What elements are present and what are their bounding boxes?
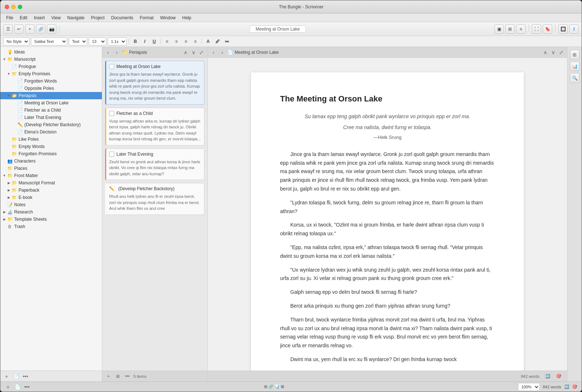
card-develop-fletcher[interactable]: ✏️ (Develop Fletcher Backstory) Rhull an… xyxy=(105,183,204,215)
sidebar-item-periapsis[interactable]: 📁 Periapsis xyxy=(0,92,102,99)
right-btn-2[interactable]: 📊 xyxy=(570,61,579,71)
menu-navigate[interactable]: Navigate xyxy=(64,15,87,21)
sidebar-item-manuscript-format[interactable]: 📁 Manuscript Format xyxy=(0,179,102,187)
lineh-select[interactable]: 1.1x xyxy=(108,37,127,45)
layout-outline-btn[interactable]: ≡ xyxy=(516,24,526,34)
manuscript-icon: 📁 xyxy=(7,56,13,62)
menu-help[interactable]: Help xyxy=(179,15,194,21)
right-btn-3[interactable]: 🔍 xyxy=(570,73,579,83)
panel-back-btn[interactable]: ‹ xyxy=(104,49,112,56)
size-select[interactable]: 13 xyxy=(89,37,106,45)
add-folder-btn[interactable]: + xyxy=(3,373,10,380)
panel-expand-btn[interactable]: ⤢ xyxy=(198,49,205,56)
binder-btn[interactable]: ☰ xyxy=(3,24,13,34)
layout-two-btn[interactable]: ⊞ xyxy=(505,24,515,34)
toggle-periapsis xyxy=(6,93,11,98)
style-select[interactable]: No Style xyxy=(3,37,29,45)
menu-project[interactable]: Project xyxy=(88,15,107,21)
menu-view[interactable]: View xyxy=(48,15,64,21)
menu-insert[interactable]: Insert xyxy=(31,15,48,21)
sidebar-item-notes[interactable]: 📝 Notes xyxy=(0,201,102,208)
sidebar-item-ideas[interactable]: 💡 Ideas xyxy=(0,48,102,56)
sidebar-item-opposite-poles[interactable]: 📄 Opposite Poles xyxy=(0,85,102,92)
layout-single-btn[interactable]: ▣ xyxy=(494,24,504,34)
panel-more-btn[interactable]: ••• xyxy=(124,373,131,380)
menu-format[interactable]: Format xyxy=(137,15,156,21)
highlight-btn[interactable]: 🖊 xyxy=(214,37,222,45)
panel-forward-btn[interactable]: › xyxy=(113,49,120,56)
menu-file[interactable]: File xyxy=(3,15,16,21)
sidebar-item-ebook[interactable]: 📁 E-book xyxy=(0,194,102,201)
maximize-button[interactable] xyxy=(18,5,22,9)
sidebar-item-like-poles[interactable]: 📁 Like Poles xyxy=(0,136,102,143)
align-center-btn[interactable]: ≡ xyxy=(172,37,180,45)
paperback-icon: 📁 xyxy=(11,187,17,193)
panel-up-btn[interactable]: ∧ xyxy=(182,49,189,56)
inspector-btn[interactable]: 🔲 xyxy=(558,24,568,34)
bold-btn[interactable]: B xyxy=(131,37,139,45)
sidebar-item-forgotten-promises[interactable]: 📁 Forgotten Promises xyxy=(0,150,102,157)
italic-btn[interactable]: I xyxy=(141,37,149,45)
add-btn[interactable]: + xyxy=(25,24,35,34)
card-meeting-orson-lake[interactable]: Meeting at Orson Lake Jince gra la tharn… xyxy=(105,61,204,105)
panel-grid-btn[interactable]: ⊞ xyxy=(115,373,121,380)
list-btn[interactable]: ≔ xyxy=(223,37,231,45)
zoom-select[interactable]: 100% xyxy=(518,383,540,391)
sidebar-item-research[interactable]: 🔬 Research xyxy=(0,208,102,216)
sidebar-item-prologue[interactable]: 📄 Prologue xyxy=(0,63,102,70)
status-more-btn[interactable]: ••• xyxy=(24,384,30,390)
editor-panel: ‹ › 📄 Meeting at Orson Lake ∧ ∨ ⤢ The Me… xyxy=(208,47,567,381)
right-btn-1[interactable]: ⊞ xyxy=(570,50,579,59)
editor-content[interactable]: The Meeting at Orson Lake Su lamax epp t… xyxy=(208,58,567,371)
panel-add-btn[interactable]: + xyxy=(105,373,112,380)
sidebar-item-paperback[interactable]: 📁 Paperback xyxy=(0,187,102,194)
link-btn[interactable]: 🔗 xyxy=(36,24,45,34)
menu-documents[interactable]: Documents xyxy=(108,15,136,21)
bookmark-btn[interactable]: 🔖 xyxy=(543,24,552,34)
status-file-btn[interactable]: 📄 xyxy=(14,384,21,390)
sidebar-item-forgotten-words[interactable]: 📄 Forgotten Words xyxy=(0,77,102,85)
menu-window[interactable]: Window xyxy=(157,15,179,21)
editor-nav-right: ∧ ∨ ⤢ xyxy=(542,49,565,56)
align-left-btn[interactable]: ≡ xyxy=(163,37,171,45)
editor-forward-btn[interactable]: › xyxy=(219,49,226,56)
sidebar-item-manuscript[interactable]: 📁 Manuscript xyxy=(0,56,102,63)
status-add-btn[interactable]: + xyxy=(5,384,11,390)
info-btn[interactable]: ℹ xyxy=(569,24,579,34)
card-fletcher-child[interactable]: Fletcher as a Child Vusp sernag athran a… xyxy=(105,108,204,145)
compose-btn[interactable]: ⛶ xyxy=(532,24,541,34)
panel-down-btn[interactable]: ∨ xyxy=(190,49,197,56)
editor-back-btn[interactable]: ‹ xyxy=(210,49,217,56)
editor-up-btn[interactable]: ∧ xyxy=(542,49,549,56)
editor-expand-btn[interactable]: ⤢ xyxy=(558,49,565,56)
type-select[interactable]: Text xyxy=(69,37,87,45)
front-matter-icon: 📁 xyxy=(7,173,13,179)
sidebar-item-front-matter[interactable]: 📁 Front Matter xyxy=(0,172,102,179)
notes-icon: 📝 xyxy=(7,202,13,208)
sidebar-item-characters[interactable]: 👥 Characters xyxy=(0,157,102,165)
minimize-button[interactable] xyxy=(11,5,16,9)
more-btn[interactable]: ••• xyxy=(22,373,29,380)
sidebar-item-empty-words[interactable]: 📁 Empty Words xyxy=(0,143,102,150)
sidebar-item-template-sheets[interactable]: 📁 Template Sheets xyxy=(0,216,102,223)
sidebar-item-fletcher-child[interactable]: 📄 Fletcher as a Child xyxy=(0,107,102,114)
snapshot-btn[interactable]: 📷 xyxy=(47,24,56,34)
close-button[interactable] xyxy=(5,5,9,9)
align-justify-btn[interactable]: ≡ xyxy=(191,37,199,45)
font-color-btn[interactable]: A xyxy=(204,37,212,45)
sidebar-item-develop-fletcher[interactable]: ✏️ (Develop Fletcher Backstory) xyxy=(0,121,102,128)
menu-edit[interactable]: Edit xyxy=(17,15,30,21)
card-later-evening[interactable]: Later That Evening Zeuhl berot vo gronk … xyxy=(105,148,204,180)
add-file-btn[interactable]: 📄 xyxy=(13,373,19,380)
sidebar-item-empty-promises[interactable]: 📁 Empty Promises xyxy=(0,70,102,77)
sidebar-item-elenas-decision[interactable]: 📄 Elena's Decision xyxy=(0,128,102,136)
editor-down-btn[interactable]: ∨ xyxy=(550,49,557,56)
sidebar-item-later-evening[interactable]: 📄 Later That Evening xyxy=(0,114,102,121)
back-btn[interactable]: ↩ xyxy=(14,24,24,34)
sidebar-item-trash[interactable]: 🗑 Trash xyxy=(0,223,102,230)
sidebar-item-places[interactable]: 📁 Places xyxy=(0,165,102,172)
underline-btn[interactable]: U xyxy=(150,37,158,45)
font-select[interactable]: Satika Text xyxy=(31,37,67,45)
align-right-btn[interactable]: ≡ xyxy=(182,37,190,45)
sidebar-item-meeting[interactable]: 📄 Meeting at Orson Lake xyxy=(0,99,102,107)
